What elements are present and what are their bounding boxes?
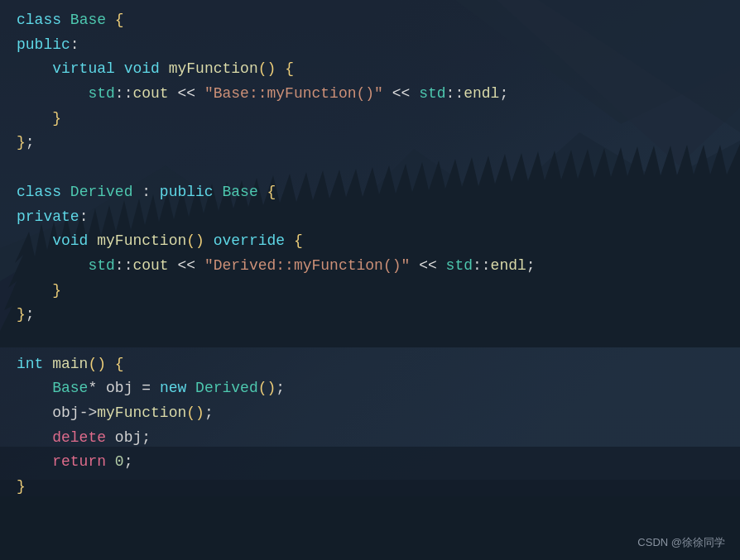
code-line-10: void myFunction() override { <box>17 229 723 254</box>
code-line-15: int main() { <box>17 352 723 377</box>
code-line-18: delete obj; <box>17 426 723 451</box>
code-line-11: std::cout << "Derived::myFunction()" << … <box>17 254 723 279</box>
code-block: class Base { public: virtual void myFunc… <box>0 0 740 560</box>
code-line-4: std::cout << "Base::myFunction()" << std… <box>17 82 723 107</box>
code-line-8: class Derived : public Base { <box>17 180 723 205</box>
code-line-13: }; <box>17 303 723 328</box>
code-line-17: obj->myFunction(); <box>17 401 723 426</box>
code-line-7 <box>17 156 723 180</box>
code-line-12: } <box>17 279 723 304</box>
code-line-9: private: <box>17 205 723 230</box>
code-line-20: } <box>17 475 723 500</box>
code-line-16: Base* obj = new Derived(); <box>17 376 723 401</box>
code-line-1: class Base { <box>17 8 723 33</box>
code-line-2: public: <box>17 33 723 58</box>
code-line-3: virtual void myFunction() { <box>17 57 723 82</box>
code-line-6: }; <box>17 131 723 156</box>
code-line-19: return 0; <box>17 450 723 475</box>
code-line-14 <box>17 328 723 352</box>
watermark: CSDN @徐徐同学 <box>637 535 725 550</box>
code-line-5: } <box>17 107 723 132</box>
